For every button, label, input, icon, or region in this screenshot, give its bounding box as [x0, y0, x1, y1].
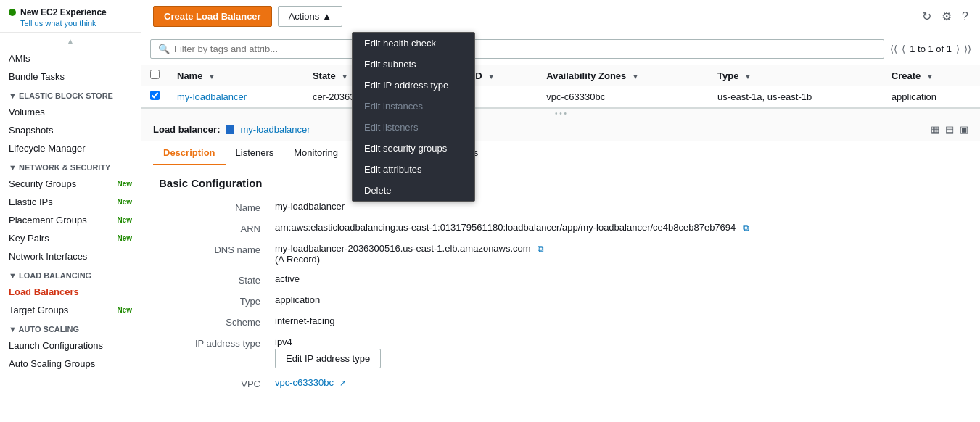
table-container: Name ▼ State ▼ VPC ID ▼ Availability Zon… [141, 65, 980, 108]
actions-button[interactable]: Actions ▲ [278, 6, 343, 27]
sidebar-item-security-groups-label: Security Groups [9, 178, 76, 189]
field-name-label: Name [159, 201, 275, 213]
field-scheme-value: internet-facing [275, 315, 963, 326]
sidebar-item-load-balancers[interactable]: Load Balancers [0, 283, 141, 301]
dropdown-item-edit-instances: Edit instances [353, 96, 474, 117]
row-type: application [883, 86, 980, 107]
detail-panel: Load balancer: my-loadbalancer ▦ ▤ ▣ Des… [141, 118, 980, 422]
sidebar-section-lb-label: ▼ LOAD BALANCING [9, 271, 91, 280]
table-header-name[interactable]: Name ▼ [168, 65, 304, 86]
tab-monitoring[interactable]: Monitoring [284, 141, 348, 165]
pagination-last-icon[interactable]: ⟩⟩ [964, 44, 971, 54]
sidebar-item-elastic-ips-label: Elastic IPs [9, 196, 53, 207]
field-type-value: application [275, 294, 963, 305]
dropdown-item-delete[interactable]: Delete [353, 180, 474, 201]
detail-icon-grid3[interactable]: ▣ [960, 124, 968, 135]
sidebar-item-security-groups-badge: New [117, 180, 132, 188]
sidebar-item-security-groups[interactable]: Security Groups New [0, 175, 141, 193]
field-type: Type application [159, 294, 963, 307]
new-ec2-badge: New EC2 Experience [9, 7, 132, 17]
section-title: Basic Configuration [159, 177, 963, 189]
vpc-link[interactable]: vpc-c63330bc [275, 377, 334, 388]
table-row[interactable]: my-loadbalancer cer-203630051... active … [141, 86, 980, 107]
sidebar-item-auto-scaling-groups-label: Auto Scaling Groups [9, 358, 95, 369]
row-name-link[interactable]: my-loadbalancer [177, 91, 247, 102]
detail-icon-grid2[interactable]: ▤ [945, 124, 954, 135]
resize-handle[interactable]: • • • [141, 108, 980, 118]
sidebar-item-lifecycle-manager[interactable]: Lifecycle Manager [0, 139, 141, 157]
detail-icon-grid1[interactable]: ▦ [931, 124, 939, 135]
field-ip-address-type: IP address type ipv4 Edit IP address typ… [159, 336, 963, 368]
sidebar-item-key-pairs[interactable]: Key Pairs New [0, 229, 141, 247]
sidebar-item-target-groups[interactable]: Target Groups New [0, 301, 141, 319]
pagination-next-icon[interactable]: ⟩ [956, 44, 960, 54]
sidebar-item-elastic-ips[interactable]: Elastic IPs New [0, 193, 141, 211]
refresh-icon[interactable]: ↻ [922, 9, 931, 23]
sidebar-item-elastic-ips-badge: New [117, 198, 132, 206]
pagination: ⟨⟨ ⟨ 1 to 1 of 1 ⟩ ⟩⟩ [890, 44, 971, 54]
sidebar-item-launch-configurations[interactable]: Launch Configurations [0, 336, 141, 355]
filter-input[interactable] [174, 44, 876, 54]
select-all-checkbox[interactable] [150, 70, 160, 79]
dropdown-item-edit-listeners: Edit listeners [353, 117, 474, 138]
row-checkbox[interactable] [150, 91, 160, 100]
sidebar-item-bundle-tasks[interactable]: Bundle Tasks [0, 67, 141, 86]
field-scheme-label: Scheme [159, 315, 275, 328]
field-ip-address-type-value: ipv4 Edit IP address type [275, 336, 963, 368]
sidebar-item-bundle-tasks-label: Bundle Tasks [9, 71, 65, 82]
tab-description[interactable]: Description [153, 141, 226, 165]
detail-lb-name[interactable]: my-loadbalancer [240, 124, 310, 135]
sidebar-header: New EC2 Experience Tell us what you thin… [0, 0, 141, 33]
new-ec2-label: New EC2 Experience [20, 7, 107, 17]
sidebar-item-snapshots[interactable]: Snapshots [0, 121, 141, 139]
actions-dropdown-menu: Edit health check Edit subnets Edit IP a… [352, 32, 475, 202]
sidebar-item-network-interfaces[interactable]: Network Interfaces [0, 247, 141, 265]
dns-copy-icon[interactable]: ⧉ [538, 244, 544, 254]
dropdown-item-edit-health-check[interactable]: Edit health check [353, 33, 474, 54]
help-icon[interactable]: ? [962, 10, 968, 23]
sidebar-item-auto-scaling-groups[interactable]: Auto Scaling Groups [0, 355, 141, 373]
sidebar-section-network: ▼ NETWORK & SECURITY [0, 157, 141, 175]
pagination-first-icon[interactable]: ⟨⟨ [890, 44, 897, 54]
sidebar-item-placement-groups-label: Placement Groups [9, 215, 87, 226]
create-load-balancer-button[interactable]: Create Load Balancer [153, 6, 272, 27]
sidebar-item-placement-groups[interactable]: Placement Groups New [0, 211, 141, 229]
field-name: Name my-loadbalancer [159, 201, 963, 213]
tab-listeners[interactable]: Listeners [226, 141, 284, 165]
sidebar-section-auto-scaling-label: ▼ AUTO SCALING [9, 325, 79, 334]
table-header-availability-zones[interactable]: Availability Zones ▼ [538, 65, 709, 86]
field-vpc: VPC vpc-c63330bc ↗ [159, 377, 963, 389]
detail-lb-label: Load balancer: [153, 124, 220, 135]
vpc-ext-icon: ↗ [339, 378, 346, 387]
sidebar-scroll-up[interactable]: ▲ [0, 33, 141, 49]
pagination-prev-icon[interactable]: ⟨ [902, 44, 905, 54]
tell-us-link[interactable]: Tell us what you think [9, 19, 132, 28]
sidebar-item-lifecycle-manager-label: Lifecycle Manager [9, 143, 86, 154]
sidebar-section-lb: ▼ LOAD BALANCING [0, 265, 141, 283]
settings-icon[interactable]: ⚙ [942, 9, 952, 23]
dropdown-item-edit-subnets[interactable]: Edit subnets [353, 54, 474, 75]
row-availability-zones: us-east-1a, us-east-1b [709, 86, 883, 107]
sidebar-item-amis-label: AMIs [9, 53, 30, 64]
top-right-icons: ↻ ⚙ ? [922, 9, 968, 23]
field-name-value: my-loadbalancer [275, 201, 963, 212]
dropdown-item-edit-security-groups[interactable]: Edit security groups [353, 138, 474, 159]
sidebar-item-volumes[interactable]: Volumes [0, 103, 141, 121]
field-dns-name: DNS name my-loadbalancer-2036300516.us-e… [159, 243, 963, 265]
detail-header: Load balancer: my-loadbalancer ▦ ▤ ▣ [141, 118, 980, 141]
edit-ip-address-type-button[interactable]: Edit IP address type [275, 349, 381, 368]
table-header-created[interactable]: Create ▼ [883, 65, 980, 86]
dropdown-item-edit-attributes[interactable]: Edit attributes [353, 159, 474, 180]
field-type-label: Type [159, 294, 275, 307]
table-header-type[interactable]: Type ▼ [709, 65, 883, 86]
table-header-select-all[interactable] [141, 65, 168, 86]
sidebar-item-amis[interactable]: AMIs [0, 49, 141, 67]
pagination-count: 1 to 1 of 1 [910, 44, 952, 54]
row-checkbox-cell[interactable] [141, 86, 168, 107]
main-content: Create Load Balancer Actions ▲ ↻ ⚙ ? Edi… [141, 0, 980, 422]
sidebar: New EC2 Experience Tell us what you thin… [0, 0, 141, 422]
dropdown-item-edit-ip-address-type[interactable]: Edit IP address type [353, 75, 474, 96]
arn-copy-icon[interactable]: ⧉ [743, 223, 749, 233]
filter-bar: 🔍 ⟨⟨ ⟨ 1 to 1 of 1 ⟩ ⟩⟩ [141, 33, 980, 65]
sidebar-item-snapshots-label: Snapshots [9, 125, 53, 136]
